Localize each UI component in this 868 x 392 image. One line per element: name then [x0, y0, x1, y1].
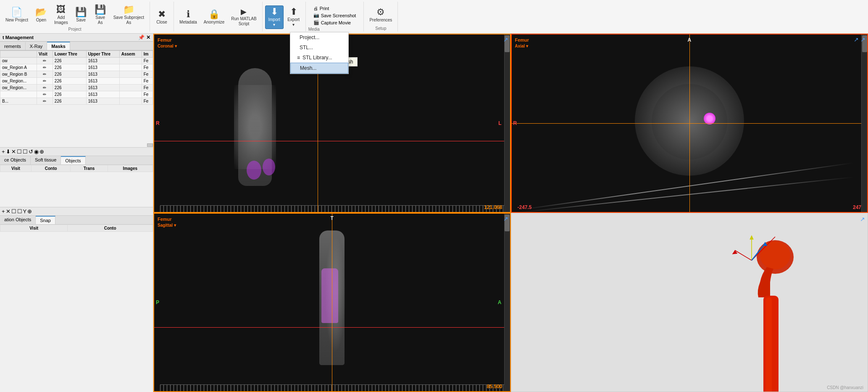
- main-area: t Management 📌 ✕ rements X-Ray Masks: [0, 34, 868, 392]
- box-obj-icon2[interactable]: ☐: [17, 208, 22, 215]
- metadata-button[interactable]: ℹ Metadata: [176, 5, 200, 29]
- dropdown-mesh[interactable]: Mesh...: [290, 63, 348, 74]
- coronal-ruler: [160, 205, 504, 212]
- axial-collapse-icon[interactable]: ↗: [854, 36, 859, 43]
- sagittal-expand-icon[interactable]: ↗: [503, 215, 508, 222]
- axial-scrollbar[interactable]: [861, 34, 867, 212]
- viewport-sagittal[interactable]: Femur Sagittal ▾ ↗ T P A 85.: [153, 213, 511, 392]
- delete-obj-icon[interactable]: ✕: [6, 208, 11, 215]
- tab-xray[interactable]: X-Ray: [26, 42, 47, 50]
- checkbox-icon2[interactable]: ☐: [23, 148, 28, 155]
- seg-table-container: Visit Conto: [0, 225, 153, 392]
- axial-edge-R: R: [513, 120, 517, 126]
- tab-measurements[interactable]: rements: [0, 42, 26, 50]
- coronal-scrollbar[interactable]: [504, 34, 510, 212]
- tab-masks-label: Masks: [51, 44, 66, 49]
- sagittal-subtitle: Sagittal ▾: [158, 222, 176, 228]
- col-name: [0, 51, 37, 58]
- add-mask-icon[interactable]: +: [2, 148, 5, 155]
- coronal-value: 121.068: [484, 204, 502, 210]
- row-upper: [119, 58, 142, 64]
- row-name: ow_Region B: [0, 71, 37, 78]
- 3d-expand-icon[interactable]: ↗: [860, 216, 865, 222]
- save-screenshot-button[interactable]: 📷 Save Screenshot: [312, 12, 358, 19]
- row-upper: [119, 78, 142, 85]
- masks-table: Visit Lower Thre Upper Thre Assem Im ow …: [0, 50, 153, 105]
- row-name: ow: [0, 58, 37, 64]
- download-icon[interactable]: ⬇: [6, 148, 11, 155]
- svg-line-10: [735, 250, 752, 260]
- tab-soft-tissue[interactable]: Soft tissue: [31, 156, 61, 164]
- import-button[interactable]: ⬇ Import▾: [265, 5, 284, 29]
- row-lower: 1613: [86, 71, 119, 78]
- tab-xray-label: X-Ray: [30, 44, 43, 49]
- row-visit: 226: [53, 98, 86, 105]
- viewport-axial[interactable]: Femur Axial ▾ ↗ ↗ A R -247.5 247.5: [511, 34, 868, 213]
- row-visit: 226: [53, 71, 86, 78]
- obj-col-visit: Visit: [0, 165, 32, 172]
- movie-icon: 🎬: [313, 20, 319, 25]
- sagittal-value: 85.500: [487, 384, 502, 389]
- run-matlab-button[interactable]: ▶ Run MATLABScript: [228, 5, 259, 29]
- row-edit: ✏: [37, 64, 53, 71]
- print-button[interactable]: 🖨 Print: [312, 5, 331, 12]
- tab-snap[interactable]: Snap: [36, 216, 55, 224]
- save-button[interactable]: 💾 Save: [72, 3, 90, 27]
- delete-icon[interactable]: ✕: [11, 148, 16, 155]
- row-lower: 1613: [86, 91, 119, 98]
- tab-surface-objects[interactable]: ce Objects: [0, 156, 31, 164]
- table-row: ow_Region... ✏ 226 1613 Fe: [0, 78, 153, 85]
- tab-seg-objects[interactable]: ation Objects: [0, 216, 36, 224]
- col-im: Im: [142, 51, 153, 58]
- save-as-button[interactable]: 💾 SaveAs: [91, 3, 110, 27]
- plus-circle-icon[interactable]: ⊕: [39, 148, 44, 155]
- row-assem: Fe: [142, 58, 153, 64]
- dropdown-stl[interactable]: STL...: [290, 42, 348, 53]
- close-button[interactable]: ✖ Close: [153, 5, 171, 29]
- left-panel: t Management 📌 ✕ rements X-Ray Masks: [0, 34, 153, 392]
- export-button[interactable]: ⬆ Export▾: [284, 5, 303, 29]
- y-obj-icon[interactable]: Y: [23, 208, 27, 215]
- anonymize-button[interactable]: 🔒 Anonymize: [201, 5, 227, 29]
- objects-bottom-toolbar: + ✕ ☐ ☐ Y ⊕: [0, 207, 153, 216]
- add-obj-icon[interactable]: +: [2, 208, 5, 215]
- tab-masks[interactable]: Masks: [47, 42, 70, 50]
- open-button[interactable]: 📂 Open: [32, 3, 50, 27]
- axial-expand-icon[interactable]: ↗: [860, 36, 865, 43]
- capture-movie-button[interactable]: 🎬 Capture Movie: [312, 19, 353, 26]
- tab-objects[interactable]: Objects: [61, 156, 85, 164]
- new-button[interactable]: 📄 New Project: [3, 3, 31, 27]
- seg-objects-label: ation Objects: [4, 217, 31, 222]
- sagittal-crosshair-v: [332, 214, 332, 391]
- sagittal-crosshair-h: [154, 327, 504, 328]
- preferences-button[interactable]: ⚙ Preferences: [366, 4, 395, 26]
- masks-table-container: Visit Lower Thre Upper Thre Assem Im ow …: [0, 50, 153, 143]
- add-images-button[interactable]: 🖼 AddImages: [51, 3, 71, 27]
- dropdown-project[interactable]: Project...: [290, 32, 348, 42]
- sagittal-scrollbar[interactable]: [504, 214, 510, 391]
- panel-pin-icon[interactable]: 📌: [138, 34, 145, 40]
- print-icon: 🖨: [313, 6, 318, 11]
- row-edit: ✏: [37, 85, 53, 91]
- coronal-title: Femur: [158, 37, 177, 43]
- coronal-expand-icon[interactable]: ↗: [503, 36, 508, 43]
- viewport-3d[interactable]: ↗: [511, 213, 868, 392]
- undo-icon[interactable]: ↺: [29, 148, 33, 155]
- panel-close-icon[interactable]: ✕: [146, 34, 150, 40]
- checkbox-icon1[interactable]: ☐: [17, 148, 22, 155]
- row-visit: 226: [53, 64, 86, 71]
- toolbar: 📄 New Project 📂 Open 🖼 AddImages 💾 Save …: [0, 0, 868, 34]
- objects-table: Visit Conto Trans Images: [0, 165, 153, 172]
- table-row: ow_Region B ✏ 226 1613 Fe: [0, 71, 153, 78]
- col-assem: Assem: [119, 51, 142, 58]
- save-subproject-button[interactable]: 📁 Save SubprojectAs: [110, 3, 147, 27]
- dropdown-stl-library[interactable]: ≡ STL Library...: [290, 53, 348, 63]
- toolbar-group-import: ⬇ Import▾ ⬆ Export▾: [263, 2, 306, 32]
- toolbar-group-media: 🖨 Print 📷 Save Screenshot 🎬 Capture Movi…: [306, 2, 364, 32]
- tab-measurements-label: rements: [4, 44, 21, 49]
- eye-icon[interactable]: ◉: [34, 148, 39, 155]
- row-edit: ✏: [37, 78, 53, 85]
- svg-marker-13: [750, 235, 754, 239]
- box-obj-icon1[interactable]: ☐: [11, 208, 16, 215]
- plus-obj-icon[interactable]: ⊕: [27, 208, 32, 215]
